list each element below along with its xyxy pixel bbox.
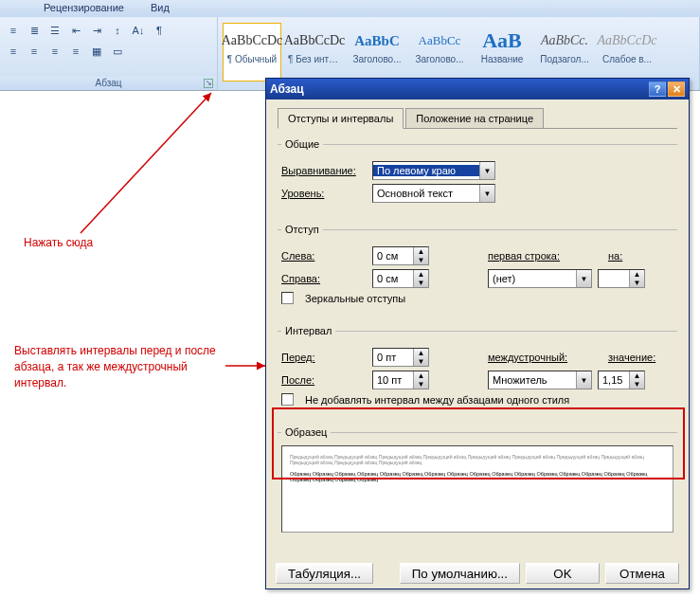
chevron-down-icon[interactable]: ▼ — [479, 185, 494, 202]
label-alignment: Выравнивание: — [281, 165, 367, 176]
spinner-icon[interactable]: ▲▼ — [413, 371, 428, 389]
line-spacing-icon[interactable]: ↕ — [108, 21, 127, 40]
chevron-down-icon[interactable]: ▼ — [479, 162, 494, 179]
label-level: Уровень: — [281, 188, 367, 199]
indent-left-spin[interactable]: 0 см ▲▼ — [372, 246, 429, 265]
tab-indents[interactable]: Отступы и интервалы — [278, 108, 404, 129]
label-mirror: Зеркальные отступы — [305, 293, 405, 304]
legend-interval: Интервал — [281, 325, 335, 336]
sort-icon[interactable]: A↓ — [129, 21, 148, 40]
tab-review[interactable]: Рецензирование — [40, 0, 128, 17]
tabs-button[interactable]: Табуляция... — [276, 563, 373, 584]
legend-sample: Образец — [281, 426, 331, 438]
preview-main: Образец Образец Образец Образец Образец … — [290, 471, 665, 482]
paragraph-dialog-launcher[interactable]: ↘ — [204, 79, 213, 88]
fieldset-indent: Отступ Слева: 0 см ▲▼ первая строка: на:… — [278, 224, 677, 319]
label-right: Справа: — [281, 273, 367, 284]
style-normal[interactable]: AaBbCcDc ¶ Обычный — [223, 23, 281, 81]
label-on: на: — [608, 250, 622, 262]
first-line-combo[interactable]: (нет) ▼ — [488, 269, 592, 288]
cancel-button[interactable]: Отмена — [605, 563, 679, 584]
chevron-down-icon[interactable]: ▼ — [576, 270, 591, 287]
align-left-icon[interactable]: ≡ — [4, 42, 23, 61]
style-subtitle[interactable]: AaBbCc. Подзагол... — [535, 23, 594, 81]
chevron-down-icon[interactable]: ▼ — [576, 371, 591, 389]
paragraph-dialog: Абзац ? ✕ Отступы и интервалы Положение … — [265, 78, 690, 589]
show-marks-icon[interactable]: ¶ — [150, 21, 169, 40]
decrease-indent-icon[interactable]: ⇤ — [66, 21, 85, 40]
fieldset-sample: Образец Предыдущий абзац Предыдущий абза… — [278, 426, 677, 544]
align-right-icon[interactable]: ≡ — [45, 42, 64, 61]
svg-line-0 — [81, 93, 211, 233]
legend-indent: Отступ — [281, 224, 323, 235]
default-button[interactable]: По умолчанию... — [400, 563, 520, 584]
preview-box: Предыдущий абзац Предыдущий абзац Предыд… — [281, 445, 673, 533]
help-button[interactable]: ? — [649, 81, 666, 97]
style-title[interactable]: АаВ Название — [473, 23, 531, 81]
tab-position[interactable]: Положение на странице — [405, 108, 544, 129]
first-line-value-spin[interactable]: ▲▼ — [598, 269, 645, 288]
spinner-icon[interactable]: ▲▼ — [413, 247, 428, 264]
line-spacing-value-spin[interactable]: 1,15 ▲▼ — [598, 371, 645, 389]
fieldset-interval: Интервал Перед: 0 пт ▲▼ междустрочный: з… — [278, 325, 677, 421]
label-line-spacing: междустрочный: — [488, 352, 583, 363]
close-button[interactable]: ✕ — [668, 81, 685, 97]
spinner-icon[interactable]: ▲▼ — [413, 270, 428, 287]
label-no-add: Не добавлять интервал между абзацами одн… — [305, 394, 569, 406]
arrow-to-launcher — [71, 91, 232, 243]
level-combo[interactable]: Основной текст ▼ — [372, 184, 495, 203]
style-heading2[interactable]: AaBbCc Заголово... — [410, 23, 469, 81]
label-first-line: первая строка: — [488, 250, 583, 262]
style-weak[interactable]: AaBbCcDc Слабое в... — [598, 23, 656, 81]
tab-view[interactable]: Вид — [147, 0, 173, 17]
spinner-icon[interactable]: ▲▼ — [629, 270, 644, 287]
label-left: Слева: — [281, 250, 367, 262]
ok-button[interactable]: OK — [526, 563, 600, 584]
label-value: значение: — [608, 352, 655, 363]
align-justify-icon[interactable]: ≡ — [66, 42, 85, 61]
label-before: Перед: — [281, 352, 367, 363]
alignment-combo[interactable]: По левому краю ▼ — [372, 161, 495, 180]
dialog-title: Абзац — [270, 82, 304, 96]
group-label-paragraph: Абзац ↘ — [0, 77, 217, 90]
style-heading1[interactable]: AaBbC Заголово... — [348, 23, 406, 81]
spinner-icon[interactable]: ▲▼ — [413, 349, 428, 366]
spacing-before-spin[interactable]: 0 пт ▲▼ — [372, 348, 429, 367]
anno-interval: Выставлять интервалы перед и после абзац… — [14, 343, 242, 390]
paragraph-buttons: ≡ ≣ ☰ ⇤ ⇥ ↕ A↓ ¶ ≡ ≡ ≡ ≡ ▦ ▭ — [4, 21, 189, 61]
paragraph-label: Абзац — [95, 78, 121, 88]
mirror-checkbox[interactable] — [281, 292, 294, 304]
preview-dim: Предыдущий абзац Предыдущий абзац Предыд… — [290, 454, 665, 465]
align-center-icon[interactable]: ≡ — [25, 42, 44, 61]
style-no-spacing[interactable]: AaBbCcDc ¶ Без инте... — [285, 23, 344, 81]
indent-right-spin[interactable]: 0 см ▲▼ — [372, 269, 429, 288]
label-after: После: — [281, 374, 367, 386]
legend-general: Общие — [281, 138, 323, 150]
spacing-after-spin[interactable]: 10 пт ▲▼ — [372, 371, 429, 389]
spinner-icon[interactable]: ▲▼ — [629, 371, 644, 389]
dialog-titlebar[interactable]: Абзац ? ✕ — [266, 79, 689, 100]
numbering-icon[interactable]: ≣ — [25, 21, 44, 40]
borders-icon[interactable]: ▭ — [108, 42, 127, 61]
fieldset-general: Общие Выравнивание: По левому краю ▼ Уро… — [278, 138, 677, 218]
bullets-icon[interactable]: ≡ — [4, 21, 23, 40]
increase-indent-icon[interactable]: ⇥ — [87, 21, 106, 40]
multilevel-icon[interactable]: ☰ — [45, 21, 64, 40]
line-spacing-combo[interactable]: Множитель ▼ — [488, 371, 592, 389]
shading-icon[interactable]: ▦ — [87, 42, 106, 61]
no-add-checkbox[interactable] — [281, 393, 294, 406]
